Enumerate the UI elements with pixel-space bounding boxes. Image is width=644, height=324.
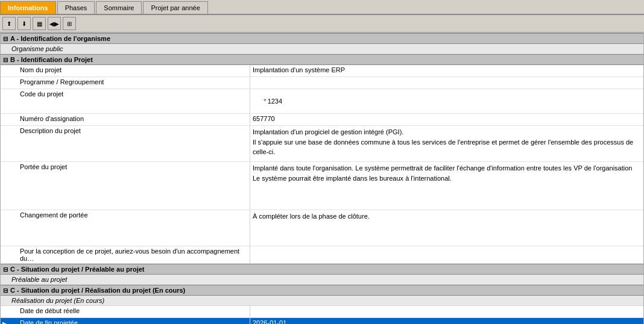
tab-projet-par-annee[interactable]: Projet par année: [143, 1, 207, 14]
label-nom-projet: Nom du projet: [9, 65, 250, 76]
hierarchy-button[interactable]: ⊞: [63, 17, 76, 30]
toolbar: ⬆ ⬇ ▦ ◀▶ ⊞: [0, 15, 644, 33]
sort-desc-icon: ⬇: [22, 20, 27, 27]
label-date-debut: Date de début réelle: [9, 306, 250, 317]
row-indicator-concept: [1, 246, 9, 263]
section-c2-title: C - Situation du projet / Réalisation du…: [10, 287, 185, 294]
section-a-subsection: Organisme public: [1, 44, 643, 54]
field-conception: Pour la conception de ce projet, auriez-…: [1, 246, 643, 264]
value-description[interactable]: Implantation d'un progiciel de gestion i…: [250, 126, 643, 161]
tab-bar: Informations Phases Sommaire Projet par …: [0, 0, 644, 15]
value-date-fin-projetee[interactable]: 2026-01-01: [250, 318, 643, 324]
field-code-projet: Code du projet *1234: [1, 89, 643, 114]
section-c1-title: C - Situation du projet / Préalable au p…: [10, 266, 144, 273]
value-programme[interactable]: [250, 77, 643, 89]
field-numero-assignation: Numéro d'assignation 657770: [1, 114, 643, 126]
row-indicator-prog: [1, 77, 9, 89]
value-changement-portee[interactable]: À compléter lors de la phase de clôture.: [250, 210, 643, 246]
value-conception[interactable]: [250, 246, 643, 263]
section-c2-subsection: Réalisation du projet (En cours): [1, 296, 643, 306]
field-date-fin-projetee[interactable]: ▶ Date de fin projetée 2026-01-01: [1, 318, 643, 324]
tab-sommaire[interactable]: Sommaire: [96, 1, 142, 14]
section-b-header[interactable]: ⊟ B - Identification du Projet: [1, 54, 643, 65]
grid-button[interactable]: ▦: [33, 17, 46, 30]
tab-informations[interactable]: Informations: [0, 1, 56, 14]
arrow-left-icon: ◀▶: [49, 20, 59, 27]
label-conception: Pour la conception de ce projet, auriez-…: [9, 246, 250, 263]
row-indicator-num: [1, 114, 9, 125]
collapse-b-icon: ⊟: [3, 57, 8, 63]
label-changement-portee: Changement de portée: [9, 210, 250, 246]
field-date-debut: Date de début réelle: [1, 306, 643, 318]
label-description: Description du projet: [9, 126, 250, 161]
field-description: Description du projet Implantation d'un …: [1, 126, 643, 162]
main-content: ⊟ A - Identification de l'organisme Orga…: [0, 33, 644, 324]
label-numero-assignation: Numéro d'assignation: [9, 114, 250, 125]
sort-asc-icon: ⬆: [7, 20, 11, 27]
sort-desc-button[interactable]: ⬇: [17, 17, 31, 30]
collapse-c1-icon: ⊟: [3, 266, 8, 273]
row-indicator-code: [1, 89, 9, 113]
section-a-title: A - Identification de l'organisme: [10, 35, 110, 42]
row-indicator-desc: [1, 126, 9, 161]
label-portee: Portée du projet: [9, 162, 250, 210]
code-value: 1234: [268, 98, 282, 105]
value-numero-assignation[interactable]: 657770: [250, 114, 643, 125]
value-nom-projet[interactable]: Implantation d'un système ERP: [250, 65, 643, 76]
section-a-header[interactable]: ⊟ A - Identification de l'organisme: [1, 33, 643, 44]
row-indicator-chg: [1, 210, 9, 246]
section-c2-header[interactable]: ⊟ C - Situation du projet / Réalisation …: [1, 285, 643, 296]
grid-icon: ▦: [37, 20, 42, 27]
field-nom-projet: Nom du projet Implantation d'un système …: [1, 65, 643, 77]
label-code-projet: Code du projet: [9, 89, 250, 113]
value-portee[interactable]: Implanté dans toute l'organisation. Le s…: [250, 162, 643, 210]
field-portee: Portée du projet Implanté dans toute l'o…: [1, 162, 643, 210]
value-code-projet[interactable]: *1234: [250, 89, 643, 113]
arrow-left-button[interactable]: ◀▶: [48, 17, 61, 30]
collapse-a-icon: ⊟: [3, 36, 8, 42]
row-indicator-portee: [1, 162, 9, 210]
required-star-code: *: [264, 98, 266, 105]
label-date-fin-projetee: Date de fin projetée: [9, 318, 250, 324]
sort-asc-button[interactable]: ⬆: [2, 17, 16, 30]
hierarchy-icon: ⊞: [67, 20, 72, 27]
field-programme: Programme / Regroupement: [1, 77, 643, 89]
tab-phases[interactable]: Phases: [57, 1, 95, 14]
field-changement-portee: Changement de portée À compléter lors de…: [1, 210, 643, 246]
row-indicator-dfp: ▶: [1, 318, 9, 324]
label-programme: Programme / Regroupement: [9, 77, 250, 89]
row-indicator-nom: [1, 65, 9, 76]
section-c1-header[interactable]: ⊟ C - Situation du projet / Préalable au…: [1, 264, 643, 275]
section-c1-subsection: Préalable au projet: [1, 275, 643, 285]
collapse-c2-icon: ⊟: [3, 287, 8, 294]
row-indicator-dd: [1, 306, 9, 317]
section-b-title: B - Identification du Projet: [10, 56, 93, 63]
value-date-debut[interactable]: [250, 306, 643, 317]
